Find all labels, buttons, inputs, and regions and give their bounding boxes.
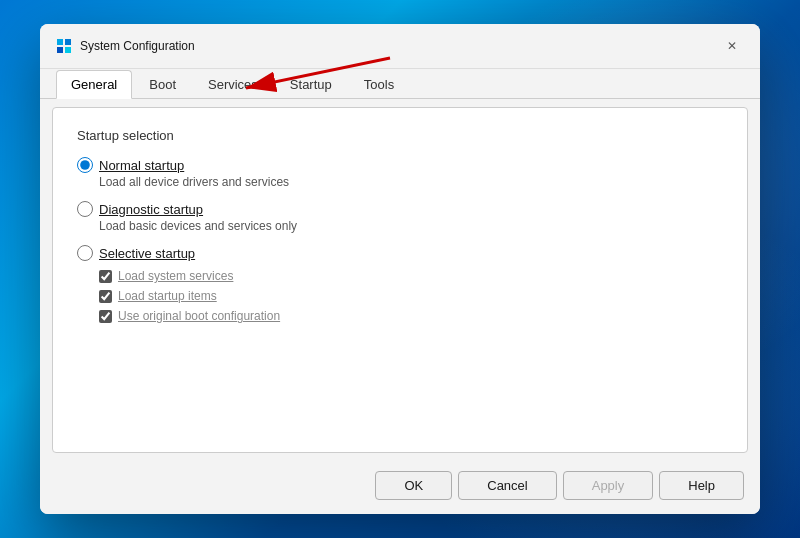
radio-diagnostic-desc: Load basic devices and services only [99, 219, 723, 233]
radio-item-diagnostic: Diagnostic startup Load basic devices an… [77, 201, 723, 233]
section-label: Startup selection [77, 128, 723, 143]
checkbox-row-system: Load system services [99, 269, 723, 283]
svg-rect-2 [57, 47, 63, 53]
checkbox-row-startup: Load startup items [99, 289, 723, 303]
checkbox-use-original[interactable] [99, 310, 112, 323]
radio-diagnostic-label: Diagnostic startup [99, 202, 203, 217]
checkbox-load-startup[interactable] [99, 290, 112, 303]
ok-button[interactable]: OK [375, 471, 452, 500]
checkbox-group: Load system services Load startup items … [99, 269, 723, 323]
radio-normal-desc: Load all device drivers and services [99, 175, 723, 189]
app-icon [56, 38, 72, 54]
radio-normal-label: Normal startup [99, 158, 184, 173]
tab-boot[interactable]: Boot [134, 70, 191, 99]
radio-diagnostic[interactable] [77, 201, 93, 217]
title-bar: System Configuration ✕ [40, 24, 760, 69]
radio-normal[interactable] [77, 157, 93, 173]
radio-group-startup: Normal startup Load all device drivers a… [77, 157, 723, 331]
tab-startup[interactable]: Startup [275, 70, 347, 99]
radio-selective-label: Selective startup [99, 246, 195, 261]
content-area: Startup selection Normal startup Load al… [52, 107, 748, 453]
footer: OK Cancel Apply Help [40, 461, 760, 514]
tab-general[interactable]: General [56, 70, 132, 99]
svg-rect-1 [65, 39, 71, 45]
dialog-title: System Configuration [80, 39, 712, 53]
tab-services[interactable]: Services [193, 70, 273, 99]
svg-rect-0 [57, 39, 63, 45]
checkbox-load-startup-label: Load startup items [118, 289, 217, 303]
checkbox-load-system[interactable] [99, 270, 112, 283]
radio-selective[interactable] [77, 245, 93, 261]
close-button[interactable]: ✕ [720, 34, 744, 58]
tab-tools[interactable]: Tools [349, 70, 409, 99]
svg-rect-3 [65, 47, 71, 53]
help-button[interactable]: Help [659, 471, 744, 500]
system-configuration-dialog: System Configuration ✕ General Boot Serv… [40, 24, 760, 514]
checkbox-load-system-label: Load system services [118, 269, 233, 283]
tab-bar: General Boot Services Startup Tools [40, 69, 760, 99]
apply-button[interactable]: Apply [563, 471, 654, 500]
radio-item-selective: Selective startup Load system services L… [77, 245, 723, 323]
checkbox-row-boot: Use original boot configuration [99, 309, 723, 323]
radio-item-normal: Normal startup Load all device drivers a… [77, 157, 723, 189]
checkbox-use-original-label: Use original boot configuration [118, 309, 280, 323]
cancel-button[interactable]: Cancel [458, 471, 556, 500]
